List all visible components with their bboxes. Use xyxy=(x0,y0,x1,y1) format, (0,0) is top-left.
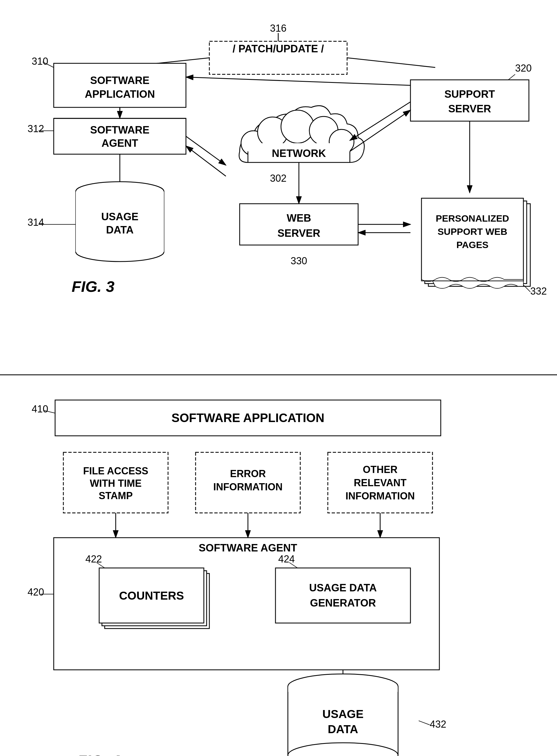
fig3-diagram: 316 / PATCH/UPDATE / 310 SOFTWARE APPLIC… xyxy=(0,17,557,374)
label-316: 316 xyxy=(270,23,287,34)
svg-text:PAGES: PAGES xyxy=(457,240,489,250)
network-text: NETWORK xyxy=(272,148,326,159)
support-server-box xyxy=(410,80,529,121)
patch-update-label: / PATCH/UPDATE / xyxy=(233,43,324,55)
file-access-text: FILE ACCESS xyxy=(83,465,148,477)
svg-line-41 xyxy=(350,110,410,151)
svg-text:STAMP: STAMP xyxy=(98,490,133,501)
svg-rect-65 xyxy=(288,686,398,692)
software-application-text-fig3: SOFTWARE xyxy=(90,74,149,86)
svg-text:INFORMATION: INFORMATION xyxy=(213,481,282,493)
svg-text:SERVER: SERVER xyxy=(277,227,320,239)
usage-data-text-fig3: USAGE xyxy=(101,211,138,222)
web-server-text: WEB xyxy=(287,212,311,224)
error-information-text: ERROR xyxy=(230,468,266,479)
svg-line-40 xyxy=(350,102,410,140)
svg-text:RELEVANT: RELEVANT xyxy=(354,477,406,489)
network-cloud: NETWORK xyxy=(239,106,364,164)
fig3-svg: 316 / PATCH/UPDATE / 310 SOFTWARE APPLIC… xyxy=(0,17,557,374)
label-410: 410 xyxy=(32,403,48,415)
software-agent-text-fig3: SOFTWARE xyxy=(90,124,149,136)
svg-line-2 xyxy=(347,58,435,67)
label-312: 312 xyxy=(28,123,44,134)
svg-text:SUPPORT WEB: SUPPORT WEB xyxy=(437,226,507,237)
svg-text:AGENT: AGENT xyxy=(101,137,138,149)
counters-text: COUNTERS xyxy=(119,589,184,602)
label-422: 422 xyxy=(85,554,102,565)
label-302: 302 xyxy=(270,172,287,184)
label-420: 420 xyxy=(28,587,44,598)
svg-line-61 xyxy=(419,721,430,725)
label-320: 320 xyxy=(515,63,532,74)
fig4-caption: FIG. 4 xyxy=(77,752,120,756)
usage-data-generator-box xyxy=(275,568,410,623)
software-agent-text-fig4: SOFTWARE AGENT xyxy=(199,542,297,554)
label-424: 424 xyxy=(278,554,295,565)
svg-point-21 xyxy=(281,110,314,143)
usage-data-text-fig4-2: DATA xyxy=(328,723,358,736)
svg-text:WITH TIME: WITH TIME xyxy=(90,478,142,489)
label-332: 332 xyxy=(530,285,547,297)
svg-line-42 xyxy=(186,77,410,85)
svg-text:INFORMATION: INFORMATION xyxy=(346,490,415,502)
label-330: 330 xyxy=(291,255,307,266)
usage-data-text-fig4-1: USAGE xyxy=(322,707,363,721)
software-application-text-fig4: SOFTWARE APPLICATION xyxy=(172,411,324,424)
support-server-text: SUPPORT xyxy=(444,88,495,100)
personalized-pages-text: PERSONALIZED xyxy=(436,213,509,224)
other-relevant-info-text: OTHER xyxy=(363,464,398,475)
fig4-diagram: 410 SOFTWARE APPLICATION FILE ACCESS WIT… xyxy=(0,374,557,756)
usage-data-generator-text1: USAGE DATA xyxy=(309,582,377,594)
fig4-svg: 410 SOFTWARE APPLICATION FILE ACCESS WIT… xyxy=(0,375,557,756)
label-310: 310 xyxy=(32,56,48,67)
label-432: 432 xyxy=(430,719,446,730)
usage-data-generator-text2: GENERATOR xyxy=(310,597,376,609)
label-314: 314 xyxy=(28,217,44,228)
svg-text:SERVER: SERVER xyxy=(448,103,491,115)
fig3-caption: FIG. 3 xyxy=(71,278,115,295)
svg-text:DATA: DATA xyxy=(106,224,134,236)
svg-text:APPLICATION: APPLICATION xyxy=(85,88,155,100)
